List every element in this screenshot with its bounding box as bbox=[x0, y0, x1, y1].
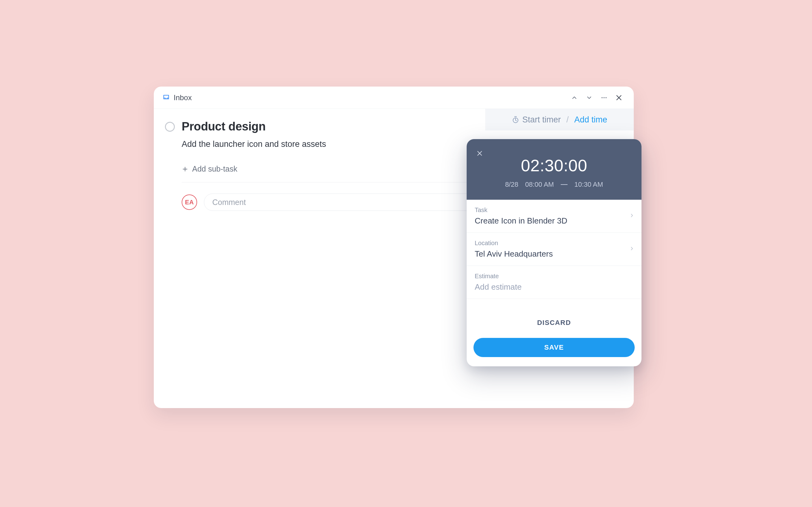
add-subtask-label: Add sub-task bbox=[192, 164, 237, 173]
time-entry-end[interactable]: 10:30 AM bbox=[574, 180, 603, 188]
time-entry-date[interactable]: 8/28 bbox=[505, 180, 518, 188]
chevron-down-icon bbox=[586, 94, 593, 101]
chevron-right-icon bbox=[629, 213, 635, 220]
time-entry-location-field[interactable]: Location Tel Aviv Headquarters bbox=[467, 233, 642, 266]
task-card-header: Inbox bbox=[154, 87, 634, 109]
chevron-up-icon bbox=[571, 94, 578, 101]
timer-separator: / bbox=[566, 115, 569, 125]
breadcrumb-label: Inbox bbox=[173, 93, 192, 102]
timer-bar: Start timer / Add time bbox=[485, 109, 634, 130]
estimate-field-label: Estimate bbox=[475, 273, 633, 280]
svg-point-1 bbox=[603, 97, 605, 98]
time-range-separator bbox=[561, 184, 567, 185]
stopwatch-icon bbox=[512, 116, 519, 123]
svg-point-2 bbox=[606, 97, 607, 98]
task-title[interactable]: Product design bbox=[182, 120, 265, 133]
add-time-button[interactable]: Add time bbox=[574, 115, 607, 125]
start-timer-button[interactable]: Start timer bbox=[512, 115, 561, 125]
task-complete-checkbox[interactable] bbox=[165, 122, 175, 132]
start-timer-label: Start timer bbox=[522, 115, 561, 125]
time-entry-duration[interactable]: 02:30:00 bbox=[467, 156, 642, 175]
inbox-icon bbox=[162, 94, 170, 101]
close-icon bbox=[615, 94, 623, 101]
task-field-label: Task bbox=[475, 207, 633, 214]
close-icon bbox=[476, 150, 483, 157]
previous-task-button[interactable] bbox=[568, 92, 580, 104]
avatar: EA bbox=[182, 194, 197, 210]
time-popover-close-button[interactable] bbox=[473, 147, 486, 160]
plus-icon bbox=[182, 166, 189, 172]
save-button[interactable]: SAVE bbox=[473, 338, 635, 357]
close-button[interactable] bbox=[613, 92, 625, 104]
time-entry-estimate-field[interactable]: Estimate Add estimate bbox=[467, 266, 642, 299]
more-horizontal-icon bbox=[601, 94, 607, 101]
time-entry-task-field[interactable]: Task Create Icon in Blender 3D bbox=[467, 200, 642, 233]
next-task-button[interactable] bbox=[583, 92, 595, 104]
task-field-value: Create Icon in Blender 3D bbox=[475, 216, 633, 226]
chevron-right-icon bbox=[629, 246, 635, 252]
time-popover-header: 02:30:00 8/28 08:00 AM 10:30 AM bbox=[467, 139, 642, 200]
breadcrumb[interactable]: Inbox bbox=[162, 93, 192, 102]
add-time-popover: 02:30:00 8/28 08:00 AM 10:30 AM Task Cre… bbox=[467, 139, 642, 367]
location-field-value: Tel Aviv Headquarters bbox=[475, 249, 633, 259]
estimate-field-placeholder: Add estimate bbox=[475, 282, 633, 292]
discard-button[interactable]: DISCARD bbox=[537, 307, 571, 332]
svg-point-0 bbox=[602, 97, 603, 98]
more-actions-button[interactable] bbox=[598, 92, 610, 104]
location-field-label: Location bbox=[475, 240, 633, 247]
time-entry-start[interactable]: 08:00 AM bbox=[525, 180, 554, 188]
